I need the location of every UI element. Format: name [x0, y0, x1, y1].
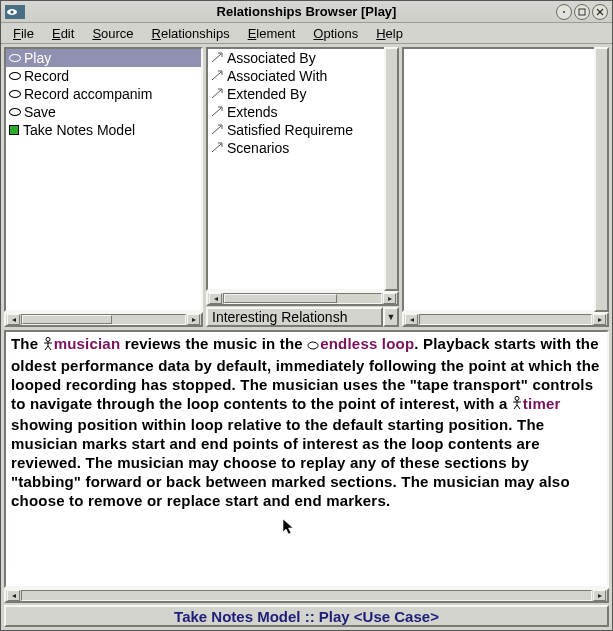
- svg-point-18: [308, 342, 318, 349]
- hyperlink[interactable]: endless loop: [320, 335, 414, 352]
- scroll-right-icon[interactable]: ▸: [187, 314, 200, 325]
- svg-line-17: [48, 346, 51, 350]
- list-item-label: Play: [24, 49, 51, 67]
- scroll-left-icon[interactable]: ◂: [7, 314, 20, 325]
- svg-line-7: [212, 54, 221, 62]
- list-item-label: Record: [24, 67, 69, 85]
- related-vscroll[interactable]: [594, 47, 609, 312]
- relationship-arrow-icon: [211, 88, 224, 100]
- scroll-left-icon[interactable]: ◂: [209, 293, 222, 304]
- list-item-label: Extended By: [227, 85, 306, 103]
- relationship-filter-dropdown[interactable]: Interesting Relationsh: [206, 307, 383, 327]
- usecase-icon: [9, 90, 21, 98]
- list-item[interactable]: Take Notes Model: [6, 121, 201, 139]
- menu-relationships[interactable]: Relationships: [143, 24, 239, 43]
- relationship-arrow-icon: [211, 142, 224, 154]
- svg-line-10: [212, 108, 221, 116]
- menu-element[interactable]: Element: [239, 24, 305, 43]
- app-icon: [5, 4, 25, 20]
- dropdown-value: Interesting Relationsh: [212, 309, 347, 325]
- list-item[interactable]: Play: [6, 49, 201, 67]
- hyperlink[interactable]: musician: [54, 335, 121, 352]
- elements-hscroll[interactable]: ◂ ▸: [4, 312, 203, 327]
- window-title: Relationships Browser [Play]: [1, 4, 612, 19]
- hyperlink[interactable]: timer: [523, 395, 561, 412]
- scroll-right-icon[interactable]: ▸: [383, 293, 396, 304]
- description-hscroll[interactable]: ◂ ▸: [4, 588, 609, 603]
- menu-source[interactable]: Source: [83, 24, 142, 43]
- svg-point-13: [46, 337, 50, 341]
- svg-line-23: [517, 405, 520, 409]
- relationship-arrow-icon: [211, 124, 224, 136]
- list-item-label: Take Notes Model: [23, 121, 135, 139]
- svg-line-9: [212, 90, 221, 98]
- list-item-label: Record accompanim: [24, 85, 152, 103]
- menu-edit[interactable]: Edit: [43, 24, 83, 43]
- svg-point-3: [563, 11, 565, 13]
- usecase-icon: [9, 54, 21, 62]
- list-item-label: Satisfied Requireme: [227, 121, 353, 139]
- menubar: FileEditSourceRelationshipsElementOption…: [1, 23, 612, 44]
- list-item[interactable]: Extended By: [208, 85, 384, 103]
- list-item[interactable]: Extends: [208, 103, 384, 121]
- svg-point-19: [515, 396, 519, 400]
- menu-file[interactable]: File: [4, 24, 43, 43]
- menu-options[interactable]: Options: [304, 24, 367, 43]
- scroll-left-icon[interactable]: ◂: [7, 590, 20, 601]
- maximize-button[interactable]: [574, 4, 590, 20]
- svg-rect-4: [579, 9, 585, 15]
- list-item[interactable]: Associated With: [208, 67, 384, 85]
- list-item[interactable]: Scenarios: [208, 139, 384, 157]
- list-item-label: Scenarios: [227, 139, 289, 157]
- close-button[interactable]: [592, 4, 608, 20]
- relationship-arrow-icon: [211, 52, 224, 64]
- list-item-label: Associated With: [227, 67, 327, 85]
- scroll-left-icon[interactable]: ◂: [405, 314, 418, 325]
- elements-list[interactable]: PlayRecordRecord accompanimSaveTake Note…: [4, 47, 203, 312]
- relationship-arrow-icon: [211, 70, 224, 82]
- statusbar: Take Notes Model :: Play <Use Case>: [4, 605, 609, 627]
- package-icon: [9, 125, 19, 135]
- minimize-button[interactable]: [556, 4, 572, 20]
- usecase-icon: [307, 335, 319, 354]
- svg-line-16: [45, 346, 48, 350]
- list-item-label: Extends: [227, 103, 278, 121]
- scroll-right-icon[interactable]: ▸: [593, 314, 606, 325]
- svg-line-8: [212, 72, 221, 80]
- related-elements-list[interactable]: [402, 47, 594, 312]
- mouse-cursor-icon: [282, 518, 296, 536]
- description-fragment: showing position within loop relative to…: [11, 416, 570, 509]
- usecase-icon: [9, 108, 21, 116]
- relationships-list[interactable]: Associated ByAssociated WithExtended ByE…: [206, 47, 384, 291]
- list-item[interactable]: Save: [6, 103, 201, 121]
- svg-line-11: [212, 126, 221, 134]
- titlebar[interactable]: Relationships Browser [Play]: [1, 1, 612, 23]
- list-item[interactable]: Record accompanim: [6, 85, 201, 103]
- actor-icon: [43, 335, 53, 354]
- usecase-icon: [9, 72, 21, 80]
- list-item[interactable]: Record: [6, 67, 201, 85]
- description-text[interactable]: The musician reviews the music in the en…: [4, 330, 609, 588]
- relationships-vscroll[interactable]: [384, 47, 399, 291]
- menu-help[interactable]: Help: [367, 24, 412, 43]
- list-item[interactable]: Satisfied Requireme: [208, 121, 384, 139]
- scroll-right-icon[interactable]: ▸: [593, 590, 606, 601]
- list-item-label: Save: [24, 103, 56, 121]
- chevron-down-icon[interactable]: ▼: [383, 307, 399, 327]
- status-text: Take Notes Model :: Play <Use Case>: [174, 608, 439, 625]
- list-item[interactable]: Associated By: [208, 49, 384, 67]
- actor-icon: [512, 394, 522, 413]
- relationships-hscroll[interactable]: ◂ ▸: [206, 291, 399, 306]
- description-fragment: The: [11, 335, 43, 352]
- svg-line-22: [514, 405, 517, 409]
- related-hscroll[interactable]: ◂ ▸: [402, 312, 609, 327]
- list-item-label: Associated By: [227, 49, 316, 67]
- description-fragment: reviews the music in the: [120, 335, 307, 352]
- svg-point-2: [11, 10, 14, 13]
- relationship-arrow-icon: [211, 106, 224, 118]
- svg-line-12: [212, 144, 221, 152]
